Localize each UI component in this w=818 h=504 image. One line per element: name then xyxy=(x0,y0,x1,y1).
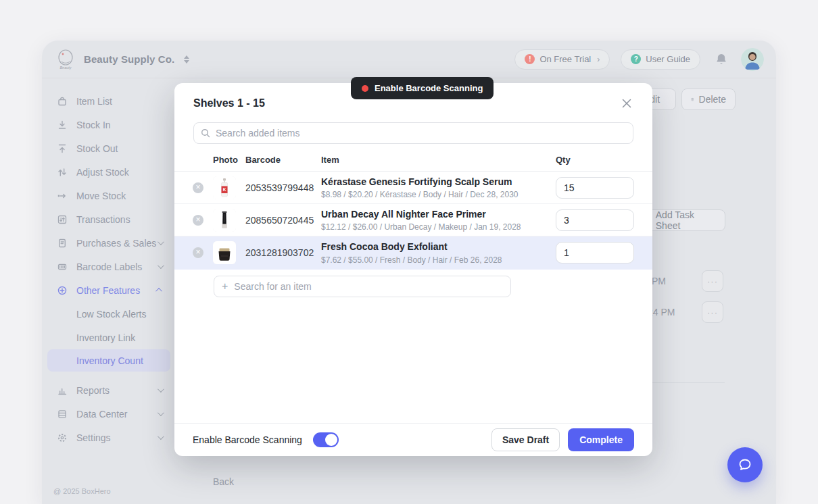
item-barcode: 2085650720445 xyxy=(245,215,321,226)
sidebar-item-label: Purchases & Sales xyxy=(76,238,158,249)
tooltip-text: Enable Barcode Scanning xyxy=(375,83,483,93)
remove-item-icon[interactable]: × xyxy=(193,182,203,193)
sidebar-item-label: Other Features xyxy=(76,285,158,296)
sidebar-item-move-stock[interactable]: Move Stock xyxy=(42,184,174,207)
sidebar-item-label: Stock In xyxy=(76,120,162,130)
sidebar-item-label: Reports xyxy=(76,385,158,396)
more-options-button[interactable]: ··· xyxy=(702,270,723,292)
chevron-down-icon xyxy=(158,386,164,393)
sidebar-item-other-features[interactable]: Other Features xyxy=(42,278,174,302)
sidebar-item-inventory-link[interactable]: Inventory Link xyxy=(42,326,174,349)
qty-input[interactable] xyxy=(556,209,634,231)
recording-dot-icon xyxy=(362,85,368,92)
sidebar-item-settings[interactable]: Settings xyxy=(42,426,174,449)
sidebar: Item List Stock In Stock Out Adjust Stoc… xyxy=(42,78,174,504)
toggle-knob xyxy=(325,434,337,446)
qty-input[interactable] xyxy=(556,242,634,263)
notifications-bell-icon[interactable] xyxy=(714,52,729,67)
user-guide-button[interactable]: ? User Guide xyxy=(621,49,700,70)
item-name: Urban Decay All Nighter Face Primer xyxy=(321,208,556,220)
sidebar-item-reports[interactable]: Reports xyxy=(42,378,174,402)
free-trial-button[interactable]: ! On Free Trial › xyxy=(514,49,610,70)
barcode-scanning-toggle[interactable] xyxy=(313,432,339,447)
back-button[interactable]: Back xyxy=(213,476,234,487)
more-options-button[interactable]: ··· xyxy=(702,301,723,323)
column-barcode: Barcode xyxy=(245,155,321,165)
delete-button[interactable]: Delete xyxy=(681,89,736,110)
arrow-down-to-line-icon xyxy=(57,120,68,130)
sidebar-item-stock-out[interactable]: Stock Out xyxy=(42,136,174,160)
item-barcode: 2031281903702 xyxy=(245,247,321,258)
arrow-up-from-line-icon xyxy=(57,143,68,154)
item-info: Urban Decay All Nighter Face Primer $12.… xyxy=(321,208,556,232)
item-details: $12.12 / $26.00 / Urban Decay / Makeup /… xyxy=(321,222,556,232)
sidebar-item-data-center[interactable]: Data Center xyxy=(42,402,174,426)
sidebar-item-transactions[interactable]: Transactions xyxy=(42,207,174,231)
barcode-scanning-tooltip: Enable Barcode Scanning xyxy=(351,77,494,99)
column-qty: Qty xyxy=(556,155,634,165)
sidebar-item-label: Item List xyxy=(76,96,162,107)
sidebar-item-item-list[interactable]: Item List xyxy=(42,89,174,113)
search-added-items-input[interactable] xyxy=(216,128,626,138)
shelves-modal: Shelves 1 - 15 Photo Barcode Item Qty × xyxy=(174,83,652,456)
delete-label: Delete xyxy=(699,94,726,105)
item-name: Kérastase Genesis Fortifying Scalp Serum xyxy=(321,176,556,188)
sidebar-item-adjust-stock[interactable]: Adjust Stock xyxy=(42,160,174,184)
chat-bubble-icon xyxy=(737,457,753,473)
qty-input[interactable] xyxy=(556,177,634,199)
table-header: Photo Barcode Item Qty xyxy=(174,155,652,172)
sidebar-item-label: Stock Out xyxy=(76,143,162,154)
add-item-search-field[interactable]: + xyxy=(214,276,511,297)
search-added-items-field[interactable] xyxy=(193,122,633,144)
chat-support-button[interactable] xyxy=(727,447,763,482)
ellipsis-icon: ··· xyxy=(707,307,718,318)
modal-title: Shelves 1 - 15 xyxy=(193,97,265,109)
sidebar-item-label: Low Stock Alerts xyxy=(76,309,147,320)
arrows-up-down-icon xyxy=(57,167,68,178)
barcode-icon xyxy=(57,261,68,272)
item-photo xyxy=(213,209,236,232)
column-item: Item xyxy=(321,155,556,165)
search-icon xyxy=(201,128,210,138)
complete-button[interactable]: Complete xyxy=(568,428,634,451)
item-photo xyxy=(213,241,236,264)
page: Beauty Beauty Supply Co. ! On Free Trial… xyxy=(0,0,818,504)
sidebar-item-low-stock-alerts[interactable]: Low Stock Alerts xyxy=(42,302,174,326)
item-name: Fresh Cocoa Body Exfoliant xyxy=(321,241,556,253)
database-icon xyxy=(57,409,68,420)
remove-item-icon[interactable]: × xyxy=(193,247,203,258)
save-draft-button[interactable]: Save Draft xyxy=(491,428,560,451)
bag-icon xyxy=(57,96,68,107)
sidebar-item-label: Adjust Stock xyxy=(76,167,162,178)
copyright-text: @ 2025 BoxHero xyxy=(53,487,111,495)
barcode-scanning-toggle-label: Enable Barcode Scanning xyxy=(193,434,302,445)
sidebar-item-label: Barcode Labels xyxy=(76,261,158,272)
add-item-search-input[interactable] xyxy=(234,281,503,292)
table-row-selected: × 2031281903702 Fresh Cocoa Body Exfolia… xyxy=(174,236,652,269)
user-avatar[interactable] xyxy=(741,48,764,71)
user-guide-label: User Guide xyxy=(646,54,690,64)
ellipsis-icon: ··· xyxy=(707,276,718,286)
task-time-text: PM xyxy=(652,276,666,286)
trash-icon xyxy=(691,95,694,104)
arrow-right-icon xyxy=(57,191,68,201)
remove-item-icon[interactable]: × xyxy=(193,215,203,226)
sidebar-item-stock-in[interactable]: Stock In xyxy=(42,113,174,136)
chevron-right-icon: › xyxy=(597,55,600,64)
item-info: Fresh Cocoa Body Exfoliant $7.62 / $55.0… xyxy=(321,241,556,264)
sidebar-item-barcode-labels[interactable]: Barcode Labels xyxy=(42,255,174,278)
close-icon[interactable] xyxy=(620,97,633,110)
company-switcher-icon[interactable] xyxy=(184,55,189,64)
plus-icon: + xyxy=(222,281,228,292)
sidebar-item-inventory-count[interactable]: Inventory Count xyxy=(47,349,170,372)
sidebar-item-label: Inventory Count xyxy=(76,355,143,366)
sidebar-item-label: Data Center xyxy=(76,409,158,420)
chevron-down-icon xyxy=(158,262,164,269)
bar-chart-icon xyxy=(57,385,68,396)
table-row: × 2085650720445 Urban Decay All Nighter … xyxy=(174,204,652,236)
add-task-sheet-label: Add Task Sheet xyxy=(656,209,716,231)
svg-text:K: K xyxy=(223,187,226,192)
company-name[interactable]: Beauty Supply Co. xyxy=(84,53,174,65)
column-photo: Photo xyxy=(213,155,245,165)
sidebar-item-purchases-sales[interactable]: Purchases & Sales xyxy=(42,231,174,255)
